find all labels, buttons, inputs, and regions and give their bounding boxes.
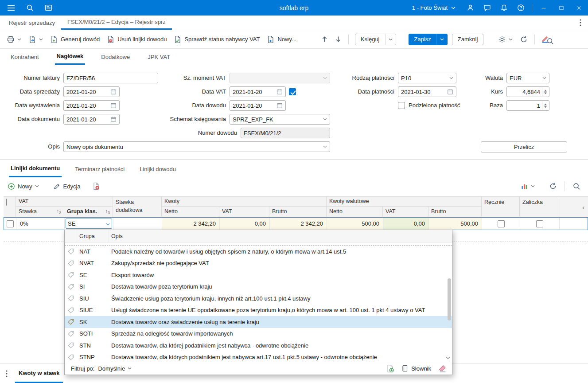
add-entry-icon[interactable] xyxy=(386,364,394,373)
opis-combo[interactable]: Nowy opis dokumentu xyxy=(63,141,330,152)
tab-terminarz-platnosci[interactable]: Terminarz płatności xyxy=(73,160,126,177)
chevron-down-icon[interactable] xyxy=(449,77,453,79)
chevron-down-icon[interactable] xyxy=(542,77,546,79)
print-button[interactable] xyxy=(4,33,24,46)
dropdown-list-item[interactable]: NVAT Zakupy/sprzedaż nie podlegające VAT xyxy=(65,258,452,270)
help-icon[interactable] xyxy=(512,0,529,16)
nowy-dokument-button[interactable]: Nowy... xyxy=(264,33,299,46)
podzielona-platnosc-checkbox[interactable] xyxy=(398,102,405,109)
col-netto-walutowe[interactable]: Netto xyxy=(327,207,383,217)
ksieguj-button[interactable]: Księguj xyxy=(355,34,396,45)
dropdown-scrollbar-thumb[interactable] xyxy=(448,278,451,320)
tab-kontrahent[interactable]: Kontrahent xyxy=(9,49,41,65)
settings-button[interactable] xyxy=(495,33,516,46)
search-icon[interactable] xyxy=(21,0,38,16)
col-zaliczka[interactable]: Zaliczka xyxy=(520,197,559,217)
calendar-icon[interactable] xyxy=(276,89,283,95)
table-row[interactable]: 0% SE 2 342,20 0,00 2 342,20 500,00 0,00… xyxy=(4,217,588,230)
col-group-kwoty-walutowe[interactable]: Kwoty walutowe xyxy=(327,197,482,207)
dropdown-list-item[interactable]: STNP Dostawa towarów, dla których podatn… xyxy=(65,352,452,362)
cell-stawka[interactable]: 0% xyxy=(16,218,65,230)
dropdown-list-item[interactable]: NAT Podatek należny od towarów i usług o… xyxy=(65,246,452,258)
export-button[interactable] xyxy=(25,33,46,46)
numer-faktury-input[interactable]: FZ/DFR/56 xyxy=(63,73,158,83)
chevron-down-icon[interactable] xyxy=(385,34,396,45)
hamburger-menu-icon[interactable] xyxy=(3,0,19,16)
collapse-panel-icon[interactable]: ‹ xyxy=(582,203,584,211)
col-vat-walutowe[interactable]: VAT xyxy=(383,207,428,217)
chat-icon[interactable] xyxy=(479,0,495,16)
col-grupa-klas[interactable]: Grupa klas.↑3 xyxy=(64,207,113,217)
cell-stawka-dodatkowa[interactable] xyxy=(113,218,162,230)
generuj-dowod-button[interactable]: Generuj dowód xyxy=(47,33,103,46)
chevron-down-icon[interactable] xyxy=(323,77,327,79)
schemat-ksiegowania-combo[interactable]: SPRZ_EXP_FK xyxy=(230,114,330,125)
lines-refresh-button[interactable] xyxy=(546,180,560,192)
sprawdz-status-nabywcy-vat-button[interactable]: Sprawdź status nabywcy VAT xyxy=(171,33,263,46)
lines-nowy-button[interactable]: Nowy xyxy=(4,180,42,192)
zamknij-button[interactable]: Zamknij xyxy=(452,34,484,45)
move-up-button[interactable] xyxy=(318,33,331,45)
calendar-icon[interactable] xyxy=(110,116,117,122)
calendar-icon[interactable] xyxy=(110,102,117,109)
dropdown-list-item[interactable]: SIU Świadczenie usług poza terytorium kr… xyxy=(65,293,452,305)
sz-moment-vat-combo[interactable] xyxy=(230,73,330,83)
data-platnosci-input[interactable]: 2021-01-30 xyxy=(398,86,456,97)
calendar-icon[interactable] xyxy=(276,102,283,109)
tab-linijki-dokumentu[interactable]: Linijki dokumentu xyxy=(9,160,62,177)
col-group-vat[interactable]: VAT xyxy=(16,197,113,207)
news-icon[interactable] xyxy=(40,0,57,16)
col-netto[interactable]: Netto xyxy=(162,207,219,217)
tab-overflow-menu-icon[interactable] xyxy=(573,16,588,30)
baza-spinner[interactable]: 1 xyxy=(506,100,549,111)
close-button[interactable] xyxy=(570,0,588,16)
select-all-checkbox[interactable] xyxy=(6,199,7,206)
spinner-buttons[interactable] xyxy=(542,101,549,110)
maximize-button[interactable] xyxy=(553,0,570,16)
tab-linijki-dowodu[interactable]: Linijki dowodu xyxy=(138,160,178,177)
waluta-combo[interactable]: EUR xyxy=(506,73,549,83)
refresh-button[interactable] xyxy=(517,33,531,46)
dropdown-list-item[interactable]: SK Dostawa towarów oraz świadczenie usłu… xyxy=(65,316,452,328)
dropdown-col-opis[interactable]: Opis xyxy=(109,230,452,242)
quick-edit-search-icon[interactable] xyxy=(538,31,557,47)
tab-rejestr-sprzedazy[interactable]: Rejestr sprzedaży xyxy=(3,16,61,30)
grupa-klas-combo[interactable]: SE xyxy=(66,219,112,229)
dropdown-col-grupa[interactable]: Grupa xyxy=(77,230,109,242)
data-vat-input[interactable]: 2021-01-20 xyxy=(230,86,286,97)
data-wystawienia-input[interactable]: 2021-01-20 xyxy=(63,100,120,111)
cell-brutto-walutowe[interactable]: 500,00 xyxy=(429,218,482,230)
lines-search-button[interactable] xyxy=(569,180,584,192)
calendar-icon[interactable] xyxy=(110,89,117,95)
dropdown-list-item[interactable]: STN Dostawa towarów, dla której podatnik… xyxy=(65,340,452,352)
data-dowodu-input[interactable]: 2021-01-20 xyxy=(230,100,286,111)
lines-edycja-button[interactable]: Edycja xyxy=(50,180,84,192)
chevron-down-icon[interactable] xyxy=(323,145,327,148)
przelicz-button[interactable]: Przelicz xyxy=(481,141,567,152)
col-recznie[interactable]: Ręcznie xyxy=(482,197,520,217)
col-group-kwoty[interactable]: Kwoty xyxy=(162,197,327,207)
tab-dodatkowe[interactable]: Dodatkowe xyxy=(99,49,132,65)
col-brutto[interactable]: Brutto xyxy=(269,207,327,217)
cell-brutto[interactable]: 2 342,20 xyxy=(270,218,327,230)
chart-view-button[interactable] xyxy=(518,180,538,192)
calendar-icon[interactable] xyxy=(447,89,453,95)
dropdown-list-item[interactable]: SE Eksport towarów xyxy=(65,269,452,281)
move-down-button[interactable] xyxy=(332,33,345,45)
chevron-down-icon[interactable] xyxy=(323,118,327,121)
lines-delete-button[interactable] xyxy=(89,180,103,192)
scroll-down-icon[interactable] xyxy=(446,356,450,360)
user-icon[interactable] xyxy=(462,0,479,16)
minimize-button[interactable] xyxy=(535,0,553,16)
cell-grupa-klas[interactable]: SE xyxy=(65,218,113,230)
col-stawka[interactable]: Stawka↑2 xyxy=(16,207,64,217)
bottom-kebab-icon[interactable] xyxy=(0,364,13,383)
col-vat[interactable]: VAT xyxy=(219,207,269,217)
recznie-checkbox[interactable] xyxy=(498,220,505,227)
filter-select[interactable]: Domyślnie xyxy=(98,365,132,372)
dropdown-list-item[interactable]: SOTI Sprzedaż na odległość towarów impor… xyxy=(65,328,452,340)
col-brutto-walutowe[interactable]: Brutto xyxy=(428,207,482,217)
data-dokumentu-input[interactable]: 2021-01-20 xyxy=(63,114,120,125)
zapisz-button[interactable]: Zapisz xyxy=(409,34,448,45)
spinner-buttons[interactable] xyxy=(542,87,549,96)
